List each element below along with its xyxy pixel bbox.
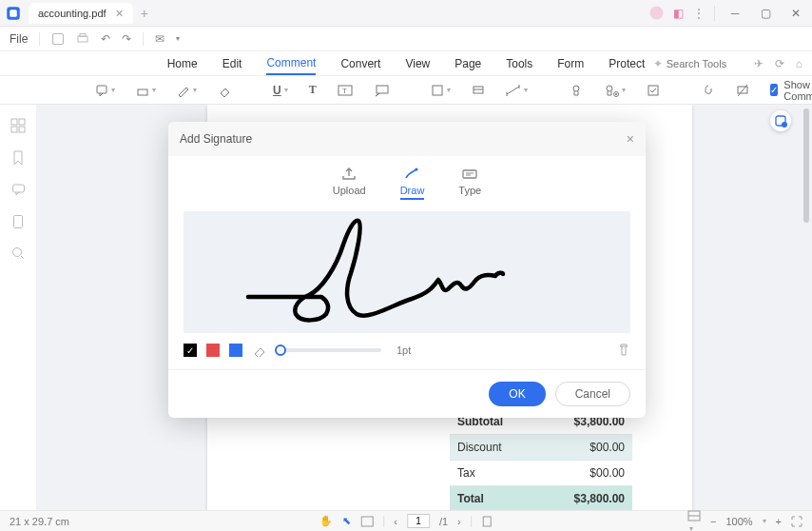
attachment-panel-icon[interactable] [11,214,25,229]
page-number-input[interactable] [407,514,430,528]
modal-footer: OK Cancel [168,369,646,418]
fit-view-icon[interactable]: ▾ [687,510,701,532]
next-page-icon[interactable]: › [457,516,461,527]
svg-rect-21 [19,127,25,132]
svg-point-27 [416,167,418,170]
prev-page-icon[interactable]: ‹ [394,516,397,527]
note-tool[interactable]: ▾ [95,84,115,97]
maximize-button[interactable]: ▢ [755,3,776,24]
cancel-button[interactable]: Cancel [555,382,630,406]
svg-rect-3 [53,33,64,44]
color-blue[interactable] [229,344,242,357]
color-black[interactable]: ✓ [184,344,197,357]
floating-assist-icon[interactable] [770,110,791,131]
signature-options: ✓ 1pt [168,343,646,369]
menu-view[interactable]: View [405,53,430,74]
bookmark-icon[interactable] [11,150,25,166]
text-tool[interactable]: T [309,83,317,97]
search-panel-icon[interactable] [11,246,26,261]
document-tab[interactable]: accounting.pdf × [29,3,133,24]
menu-convert[interactable]: Convert [340,53,380,74]
comment-panel-icon[interactable] [11,183,26,197]
stamp-custom-tool[interactable] [570,84,583,97]
svg-rect-20 [11,127,17,132]
sparkle-icon: ✦ [653,57,663,70]
menu-page[interactable]: Page [454,53,481,74]
highlight-tool[interactable]: ▾ [136,84,156,97]
menu-home[interactable]: Home [167,53,198,74]
kebab-menu-icon[interactable]: ⋮ [693,7,705,20]
menu-edit[interactable]: Edit [222,53,242,74]
textbox-tool[interactable]: T [338,84,353,97]
search-input[interactable] [667,58,743,69]
underline-tool[interactable]: U▾ [273,84,288,97]
single-page-icon[interactable] [481,516,493,527]
read-mode-icon[interactable] [360,516,374,527]
file-menu-label[interactable]: File [10,32,28,46]
eraser-icon[interactable] [252,344,267,357]
page-total: /1 [439,516,448,527]
callout-tool[interactable] [374,84,389,97]
tab-close-icon[interactable]: × [116,7,124,20]
attachment-tool[interactable] [702,84,715,97]
menu-comment[interactable]: Comment [266,52,316,75]
svg-rect-23 [14,216,23,228]
sig-tab-draw[interactable]: Draw [400,166,425,200]
svg-rect-18 [11,119,17,125]
print-icon[interactable] [76,32,89,46]
comment-toolbar: ▾ ▾ ▾ U▾ T T ▾ ▾ ▾ ✓ Show Comment [0,76,812,105]
thickness-slider[interactable] [277,348,381,352]
sig-tab-type[interactable]: Type [458,166,481,200]
svg-rect-5 [80,33,86,36]
divider [471,516,472,527]
quickbar: File ↶ ↷ ✉ ▾ [0,27,812,51]
slider-thumb[interactable] [275,344,286,356]
main-menu: Home Edit Comment Convert View Page Tool… [0,51,812,76]
signature-canvas[interactable] [184,211,630,333]
svg-point-14 [607,86,612,91]
measure-tool[interactable]: ▾ [506,84,528,97]
menu-form[interactable]: Form [557,53,584,74]
menu-protect[interactable]: Protect [609,53,645,74]
redo-icon[interactable]: ↷ [122,32,131,46]
mail-caret-icon[interactable]: ▾ [176,34,180,43]
user-avatar-icon[interactable] [649,6,664,20]
zoom-in-icon[interactable]: + [776,516,782,527]
select-tool-icon[interactable]: ⬉ [342,515,351,527]
share-icon[interactable]: ✈ [754,57,764,70]
show-comment-toggle[interactable]: ✓ Show Comment [770,79,812,102]
tab-add-icon[interactable]: + [141,6,148,21]
menu-tools[interactable]: Tools [506,53,532,74]
color-red[interactable] [206,344,220,357]
thickness-label: 1pt [396,344,411,356]
stamp-tool[interactable] [472,84,485,97]
invoice-row-tax: Tax $00.00 [450,460,632,485]
minimize-button[interactable]: ─ [725,3,745,24]
delete-signature-icon[interactable] [617,343,630,358]
cloud-icon[interactable]: ⟳ [775,57,784,70]
fullscreen-icon[interactable] [791,516,802,527]
mail-icon[interactable]: ✉ [155,32,164,46]
vertical-scrollbar[interactable] [803,108,809,223]
hand-tool-icon[interactable]: ✋ [319,515,333,527]
home-icon[interactable]: ⌂ [796,57,802,70]
close-window-button[interactable]: ✕ [785,3,806,24]
zoom-out-icon[interactable]: − [710,516,716,527]
shape-tool[interactable]: ▾ [431,84,451,97]
signature-tool[interactable]: ▾ [604,84,626,97]
notification-icon[interactable]: ◧ [673,7,684,20]
ok-button[interactable]: OK [489,382,545,406]
modal-close-icon[interactable]: × [627,131,634,147]
search-tools[interactable]: ✦ [653,57,743,70]
hide-comments-tool[interactable] [736,84,749,97]
thumbnails-icon[interactable] [10,118,26,133]
save-icon[interactable] [51,32,65,46]
svg-point-24 [12,248,21,257]
approve-tool[interactable] [647,84,660,97]
pencil-tool[interactable]: ▾ [177,84,197,97]
eraser-tool[interactable] [218,84,231,97]
sig-tab-label: Draw [400,185,425,200]
sig-tab-upload[interactable]: Upload [333,166,366,200]
titlebar: accounting.pdf × + ◧ ⋮ ─ ▢ ✕ [0,0,812,27]
undo-icon[interactable]: ↶ [101,32,110,46]
